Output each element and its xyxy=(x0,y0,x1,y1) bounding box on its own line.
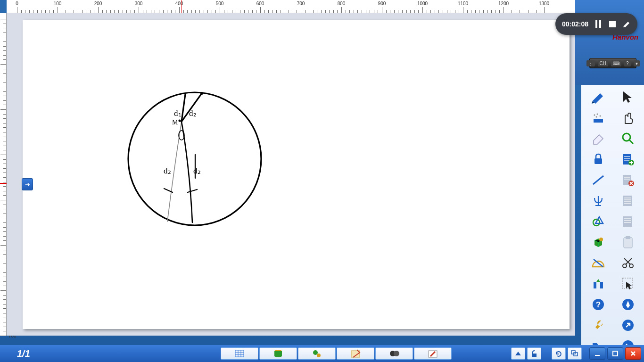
ime-toolbar[interactable]: ⋮ CH ⌨ ? ▾ xyxy=(589,58,636,68)
film-icon xyxy=(389,349,399,358)
svg-line-17 xyxy=(593,176,603,184)
recorder-time: 00:02:08 xyxy=(562,20,588,28)
page-add-tool[interactable] xyxy=(613,149,643,169)
svg-rect-61 xyxy=(532,354,537,357)
magnifier-icon xyxy=(620,131,635,145)
cursor-icon xyxy=(620,90,635,104)
refresh-icon xyxy=(554,350,563,357)
svg-point-56 xyxy=(317,354,321,357)
ruler-vertical xyxy=(0,13,7,336)
page-delete-tool[interactable] xyxy=(613,170,643,189)
up-arrow-icon xyxy=(514,350,522,357)
hand-icon xyxy=(620,110,635,124)
layout-icon xyxy=(591,276,605,290)
svg-line-35 xyxy=(594,259,603,267)
status-note-button[interactable] xyxy=(337,347,374,360)
note-icon xyxy=(350,349,361,358)
status-grid-button[interactable] xyxy=(221,347,258,360)
clipboard-tool[interactable] xyxy=(613,232,643,252)
svg-rect-39 xyxy=(600,282,603,288)
3d-tool[interactable] xyxy=(583,232,612,252)
svg-point-8 xyxy=(595,116,597,118)
scissors-tool[interactable] xyxy=(613,253,643,272)
protractor-tool[interactable] xyxy=(583,253,612,272)
status-db-button[interactable] xyxy=(259,347,297,360)
recorder-edit-button[interactable] xyxy=(622,20,631,28)
canvas-area[interactable]: d₁ d₂ M d₂ d₂ xyxy=(7,13,575,336)
svg-point-2 xyxy=(179,120,181,122)
label-d2c: d₂ xyxy=(193,166,201,175)
label-d2b: d₂ xyxy=(164,166,171,175)
status-film-button[interactable] xyxy=(375,347,413,360)
svg-rect-38 xyxy=(594,282,596,288)
page-prev-tool[interactable] xyxy=(613,211,643,231)
page-lines2-icon xyxy=(620,214,635,228)
ime-more-icon[interactable]: ▾ xyxy=(634,60,640,66)
pen-tool[interactable] xyxy=(583,87,612,107)
svg-rect-33 xyxy=(624,238,632,248)
svg-rect-65 xyxy=(613,351,618,356)
close-icon xyxy=(630,350,636,357)
page-next-tool[interactable] xyxy=(613,190,643,210)
status-refresh-button[interactable] xyxy=(552,347,566,360)
ime-lang[interactable]: CH xyxy=(598,60,608,66)
math-tool[interactable] xyxy=(583,190,612,210)
psi-icon xyxy=(591,193,605,207)
window-maximize-button[interactable] xyxy=(607,347,623,360)
database-icon xyxy=(273,349,283,358)
svg-point-7 xyxy=(599,115,601,117)
zoom-tool[interactable] xyxy=(613,128,643,148)
svg-point-6 xyxy=(596,114,598,115)
svg-point-32 xyxy=(599,238,603,241)
svg-rect-64 xyxy=(595,355,600,356)
share-circle-icon xyxy=(620,318,635,332)
status-brush-button[interactable] xyxy=(414,347,452,360)
select-cursor-tool[interactable] xyxy=(613,273,643,293)
ruler-horizontal: 0100200300400500600700800900100011001200… xyxy=(7,0,575,13)
status-window-button[interactable] xyxy=(568,347,582,360)
svg-point-55 xyxy=(313,350,318,355)
status-lock-button[interactable] xyxy=(527,347,541,360)
line-icon xyxy=(591,173,605,187)
help-tool[interactable]: ? xyxy=(583,294,612,314)
eraser-tool[interactable] xyxy=(583,128,612,148)
svg-rect-48 xyxy=(609,21,616,27)
hand-tool[interactable] xyxy=(613,107,643,127)
svg-rect-28 xyxy=(623,216,632,227)
line-tool[interactable] xyxy=(583,170,612,189)
status-gears-button[interactable] xyxy=(298,347,336,360)
screen-recorder-overlay[interactable]: 00:02:08 xyxy=(555,13,637,35)
wrench-tool[interactable] xyxy=(583,315,612,335)
lock-icon xyxy=(591,152,605,166)
share-tool[interactable] xyxy=(613,315,643,335)
shapes-icon xyxy=(591,214,605,228)
window-minimize-button[interactable] xyxy=(589,347,605,360)
ime-keyboard-icon[interactable]: ⌨ xyxy=(611,60,621,66)
protractor-icon xyxy=(591,255,605,270)
label-d2a: d₂ xyxy=(189,109,197,118)
status-center-buttons xyxy=(221,347,452,360)
clipboard-icon xyxy=(620,235,635,249)
svg-rect-49 xyxy=(235,350,244,357)
svg-point-59 xyxy=(394,351,399,356)
recorder-pause-button[interactable] xyxy=(594,20,603,28)
side-expand-handle[interactable]: ➔ xyxy=(22,178,33,190)
wrench-icon xyxy=(591,318,605,332)
lock-tool[interactable] xyxy=(583,149,612,169)
svg-rect-4 xyxy=(594,119,603,123)
status-up-button[interactable] xyxy=(511,347,525,360)
ime-help-icon[interactable]: ? xyxy=(624,60,631,66)
canvas-page[interactable]: d₁ d₂ M d₂ d₂ xyxy=(23,20,570,329)
shapes-tool[interactable] xyxy=(583,211,612,231)
svg-rect-22 xyxy=(623,196,632,206)
help-icon: ? xyxy=(591,297,605,311)
label-d1: d₁ xyxy=(174,109,182,118)
cursor-tool[interactable] xyxy=(613,87,643,107)
brand-panel: Hanvon ⋮ CH ⌨ ? ▾ xyxy=(575,0,644,85)
window-close-button[interactable] xyxy=(625,347,641,360)
spray-tool[interactable] xyxy=(583,107,612,127)
layout-tool[interactable] xyxy=(583,273,612,293)
compass-tool[interactable] xyxy=(613,294,643,314)
svg-point-5 xyxy=(594,115,595,116)
recorder-stop-button[interactable] xyxy=(608,20,617,28)
